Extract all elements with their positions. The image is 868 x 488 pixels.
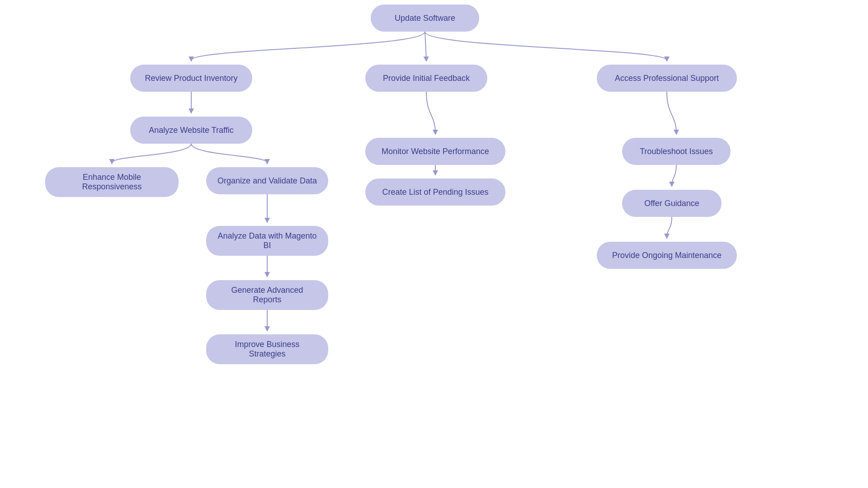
diagram-container: Update SoftwareReview Product InventoryP…: [0, 0, 868, 488]
provide-ongoing-maintenance: Provide Ongoing Maintenance: [597, 242, 737, 269]
generate-advanced-reports: Generate Advanced Reports: [206, 280, 328, 310]
organize-validate-data: Organize and Validate Data: [206, 167, 328, 194]
analyze-website-traffic: Analyze Website Traffic: [130, 117, 252, 144]
create-list-pending-issues: Create List of Pending Issues: [365, 178, 505, 206]
update-software: Update Software: [371, 5, 479, 32]
review-product-inventory: Review Product Inventory: [130, 65, 252, 92]
access-professional-support: Access Professional Support: [597, 65, 737, 92]
analyze-data-magento-bi: Analyze Data with Magento BI: [206, 226, 328, 256]
enhance-mobile-responsiveness: Enhance Mobile Responsiveness: [45, 167, 179, 197]
provide-initial-feedback: Provide Initial Feedback: [365, 65, 487, 92]
improve-business-strategies: Improve Business Strategies: [206, 334, 328, 364]
offer-guidance: Offer Guidance: [622, 190, 722, 217]
monitor-website-performance: Monitor Website Performance: [365, 138, 505, 165]
troubleshoot-issues: Troubleshoot Issues: [622, 138, 731, 165]
